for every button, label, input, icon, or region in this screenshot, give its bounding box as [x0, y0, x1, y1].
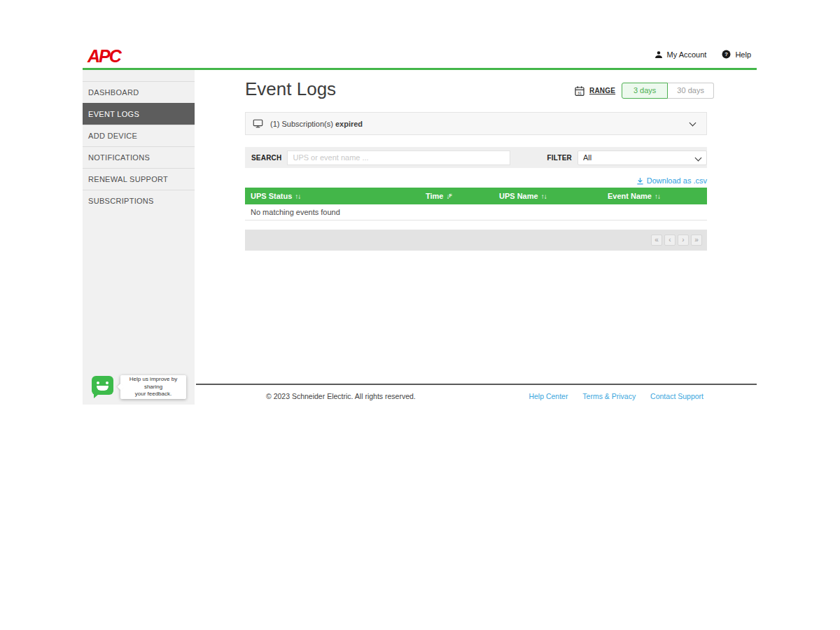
footer-divider	[196, 384, 757, 385]
footer-links: Help Center Terms & Privacy Contact Supp…	[248, 392, 704, 400]
contact-support-link[interactable]: Contact Support	[650, 392, 704, 400]
sidebar-item-subscriptions[interactable]: SUBSCRIPTIONS	[83, 190, 195, 211]
calendar-31-icon[interactable]: 31	[574, 85, 585, 97]
last-page-button[interactable]: »	[691, 234, 702, 246]
feedback-smiley-icon[interactable]	[92, 376, 113, 395]
range-control: 31 RANGE 3 days 30 days	[574, 83, 714, 99]
sidebar-item-event-logs[interactable]: EVENT LOGS	[83, 103, 195, 125]
sort-icon: ↑↓	[295, 192, 300, 200]
sidebar-item-notifications[interactable]: NOTIFICATIONS	[83, 146, 195, 168]
sidebar-item-renewal-support[interactable]: RENEWAL SUPPORT	[83, 168, 195, 190]
range-label[interactable]: RANGE	[589, 87, 615, 94]
account-area: My Account ? Help	[654, 50, 751, 59]
column-ups-name[interactable]: UPS Name↑↓	[499, 188, 547, 205]
sidebar: DASHBOARD EVENT LOGS ADD DEVICE NOTIFICA…	[83, 70, 195, 405]
subscription-notice[interactable]: (1) Subscription(s) expired	[245, 112, 707, 135]
download-row: Download as .csv	[245, 176, 707, 186]
user-icon	[654, 50, 663, 59]
sidebar-item-dashboard[interactable]: DASHBOARD	[83, 81, 195, 103]
prev-page-button[interactable]: ‹	[664, 234, 676, 246]
pagination-buttons: « ‹ › »	[651, 234, 702, 246]
monitor-icon	[253, 118, 263, 129]
notice-text: (1) Subscription(s) expired	[270, 120, 363, 128]
download-icon	[636, 177, 644, 185]
top-bar: APC My Account ? Help	[83, 42, 757, 68]
empty-table-message: No matching events found	[245, 204, 707, 220]
range-30-days-button[interactable]: 30 days	[668, 83, 714, 99]
apc-logo[interactable]: APC	[88, 46, 120, 66]
sidebar-spacer	[83, 70, 195, 81]
help-label: Help	[735, 50, 751, 59]
sort-icon: ↑↓	[654, 192, 660, 200]
sort-icon: ↑↓	[541, 192, 547, 200]
download-csv-link[interactable]: Download as .csv	[636, 176, 707, 185]
notice-highlight: expired	[335, 120, 363, 128]
filter-label: FILTER	[547, 154, 572, 162]
search-label: SEARCH	[251, 154, 281, 162]
search-filter-bar: SEARCH FILTER All	[245, 147, 707, 168]
pagination-bar: « ‹ › »	[245, 230, 707, 251]
my-account-button[interactable]: My Account	[654, 50, 707, 59]
feedback-tooltip: Help us improve by sharing your feedback…	[120, 375, 186, 399]
svg-text:?: ?	[725, 51, 729, 57]
sidebar-item-add-device[interactable]: ADD DEVICE	[83, 125, 195, 146]
range-toggle: 3 days 30 days	[622, 83, 714, 99]
sort-suffix: F	[449, 193, 451, 198]
chevron-down-icon[interactable]	[690, 119, 696, 126]
column-ups-status[interactable]: UPS Status↑↓	[251, 188, 300, 205]
range-3-days-button[interactable]: 3 days	[622, 83, 668, 99]
question-circle-icon: ?	[722, 50, 731, 59]
first-page-button[interactable]: «	[651, 234, 662, 246]
filter-select-wrap: All	[578, 150, 707, 165]
my-account-label: My Account	[667, 50, 707, 59]
terms-privacy-link[interactable]: Terms & Privacy	[582, 392, 636, 400]
svg-text:31: 31	[578, 90, 582, 94]
search-input[interactable]	[287, 150, 510, 165]
filter-select[interactable]: All	[578, 150, 707, 165]
help-center-link[interactable]: Help Center	[528, 392, 568, 400]
column-event-name[interactable]: Event Name↑↓	[608, 188, 660, 205]
event-table-header: UPS Status↑↓ Time↓F UPS Name↑↓ Event Nam…	[245, 188, 707, 204]
page-title: Event Logs	[245, 78, 336, 100]
column-time[interactable]: Time↓F	[426, 188, 452, 205]
next-page-button[interactable]: ›	[678, 234, 689, 246]
help-button[interactable]: ? Help	[722, 50, 751, 59]
